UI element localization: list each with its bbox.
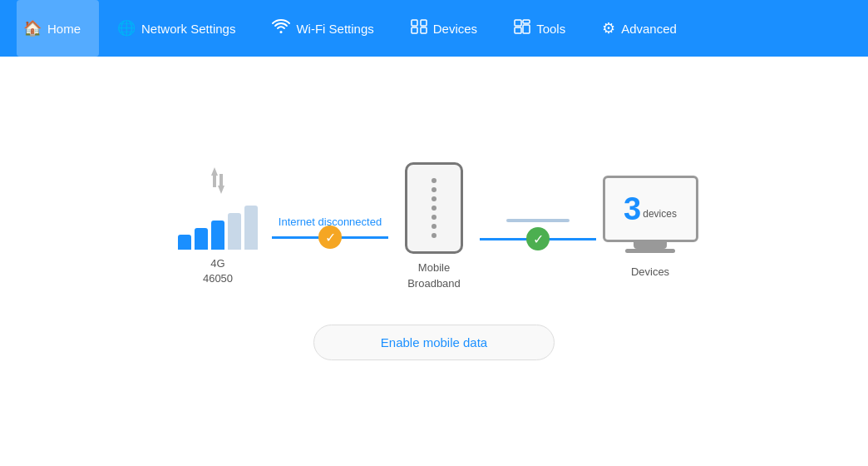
- svg-rect-7: [523, 25, 530, 33]
- router-section: Mobile Broadband: [388, 162, 480, 290]
- svg-marker-10: [218, 186, 224, 194]
- router-dot-5: [432, 215, 436, 220]
- bar-4: [228, 213, 241, 250]
- svg-rect-0: [412, 20, 417, 26]
- monitor-stand: [634, 242, 667, 249]
- network-type: 4G 46050: [203, 256, 233, 286]
- devices-section: 3 devices Devices: [596, 176, 704, 278]
- internet-connector: Internet disconnected ✓: [272, 216, 388, 239]
- monitor-icon: 3 devices: [603, 176, 698, 242]
- router-label: Mobile Broadband: [407, 260, 461, 290]
- svg-marker-8: [211, 167, 218, 176]
- signal-arrows-icon: [206, 167, 229, 199]
- router-dot-2: [432, 187, 436, 192]
- signal-section: 4G 46050: [164, 167, 272, 286]
- main-content: 4G 46050 Internet disconnected ✓: [0, 57, 868, 466]
- svg-rect-3: [421, 27, 427, 33]
- wifi-icon: [272, 19, 290, 38]
- nav-advanced-label: Advanced: [621, 22, 677, 36]
- nav-wifi-settings[interactable]: Wi-Fi Settings: [254, 0, 392, 57]
- router-dot-6: [432, 224, 436, 229]
- router-icon: [405, 162, 463, 254]
- bar-3: [211, 221, 224, 250]
- device-count: 3: [624, 193, 641, 225]
- svg-rect-5: [523, 20, 530, 23]
- devices-label: Devices: [631, 265, 669, 278]
- dashboard: 4G 46050 Internet disconnected ✓: [110, 162, 758, 290]
- signal-bars: [178, 204, 258, 250]
- tools-icon: [514, 19, 530, 38]
- connector-line-1: ✓: [272, 236, 388, 239]
- nav-devices[interactable]: Devices: [392, 0, 496, 57]
- svg-rect-4: [515, 20, 521, 26]
- enable-mobile-data-button[interactable]: Enable mobile data: [313, 325, 555, 360]
- check-icon-orange: ✓: [318, 226, 342, 249]
- monitor-base: [625, 249, 675, 253]
- router-dot-4: [432, 206, 436, 211]
- svg-rect-1: [421, 20, 427, 26]
- home-icon: 🏠: [23, 19, 42, 37]
- bar-1: [178, 235, 191, 250]
- monitor-content: 3 devices: [624, 193, 677, 225]
- gear-icon: ⚙: [602, 19, 615, 37]
- globe-icon: 🌐: [117, 19, 136, 37]
- nav-network-settings[interactable]: 🌐 Network Settings: [99, 0, 254, 57]
- router-dot-3: [432, 196, 436, 201]
- bar-5: [244, 206, 258, 250]
- svg-rect-11: [219, 174, 223, 186]
- main-nav: 🏠 Home 🌐 Network Settings Wi-Fi Settings: [0, 0, 868, 57]
- svg-rect-2: [412, 27, 417, 33]
- nav-home[interactable]: 🏠 Home: [17, 0, 99, 57]
- nav-devices-label: Devices: [433, 22, 477, 36]
- device-unit: devices: [643, 208, 677, 220]
- devices-icon: [411, 19, 427, 38]
- nav-network-label: Network Settings: [141, 22, 235, 36]
- nav-tools[interactable]: Tools: [496, 0, 584, 57]
- router-dot-1: [432, 178, 436, 183]
- connector-line-2: ✓: [480, 238, 596, 240]
- bar-2: [195, 228, 208, 250]
- nav-tools-label: Tools: [536, 22, 565, 36]
- svg-rect-12: [506, 219, 570, 222]
- check-icon-green: ✓: [526, 227, 550, 250]
- nav-advanced[interactable]: ⚙ Advanced: [584, 0, 695, 57]
- svg-rect-6: [515, 27, 521, 33]
- svg-rect-9: [213, 176, 216, 187]
- nav-home-label: Home: [47, 22, 81, 36]
- nav-wifi-label: Wi-Fi Settings: [296, 22, 373, 36]
- devices-connector: ✓: [480, 214, 596, 240]
- router-dot-7: [432, 233, 436, 238]
